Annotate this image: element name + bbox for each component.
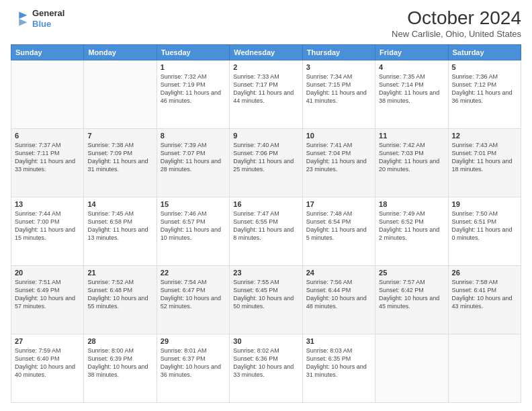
day-number: 19 bbox=[452, 200, 517, 208]
calendar-cell: 21Sunrise: 7:52 AMSunset: 6:48 PMDayligh… bbox=[84, 265, 157, 334]
day-number: 22 bbox=[161, 269, 226, 277]
calendar-cell: 1Sunrise: 7:32 AMSunset: 7:19 PMDaylight… bbox=[157, 60, 229, 128]
day-info: Sunrise: 7:47 AMSunset: 6:55 PMDaylight:… bbox=[233, 210, 298, 242]
day-info: Sunrise: 7:43 AMSunset: 7:01 PMDaylight:… bbox=[452, 141, 517, 174]
day-info: Sunrise: 7:42 AMSunset: 7:03 PMDaylight:… bbox=[379, 141, 444, 174]
day-number: 31 bbox=[306, 337, 371, 345]
day-number: 28 bbox=[87, 337, 152, 345]
page: General Blue October 2024 New Carlisle, … bbox=[0, 0, 532, 411]
day-number: 4 bbox=[379, 63, 444, 71]
calendar-cell: 5Sunrise: 7:36 AMSunset: 7:12 PMDaylight… bbox=[448, 60, 521, 128]
day-info: Sunrise: 7:58 AMSunset: 6:41 PMDaylight:… bbox=[452, 278, 517, 311]
day-info: Sunrise: 8:02 AMSunset: 6:36 PMDaylight:… bbox=[233, 347, 298, 379]
day-info: Sunrise: 7:55 AMSunset: 6:45 PMDaylight:… bbox=[233, 278, 298, 311]
calendar-cell: 16Sunrise: 7:47 AMSunset: 6:55 PMDayligh… bbox=[230, 197, 302, 265]
week-row-4: 20Sunrise: 7:51 AMSunset: 6:49 PMDayligh… bbox=[11, 265, 521, 334]
day-info: Sunrise: 7:49 AMSunset: 6:52 PMDaylight:… bbox=[379, 210, 444, 242]
days-of-week-row: SundayMondayTuesdayWednesdayThursdayFrid… bbox=[11, 44, 521, 60]
logo-text: General Blue bbox=[32, 8, 64, 29]
day-number: 13 bbox=[15, 200, 80, 208]
day-info: Sunrise: 7:45 AMSunset: 6:58 PMDaylight:… bbox=[87, 210, 152, 242]
day-number: 12 bbox=[452, 132, 517, 140]
day-number: 21 bbox=[87, 269, 152, 277]
calendar-cell: 18Sunrise: 7:49 AMSunset: 6:52 PMDayligh… bbox=[375, 197, 448, 265]
calendar-cell: 17Sunrise: 7:48 AMSunset: 6:54 PMDayligh… bbox=[302, 197, 375, 265]
day-number: 27 bbox=[15, 337, 80, 345]
main-title: October 2024 bbox=[392, 8, 521, 29]
day-number: 7 bbox=[87, 132, 152, 140]
calendar-cell bbox=[11, 60, 84, 128]
day-number: 23 bbox=[233, 269, 298, 277]
day-info: Sunrise: 7:34 AMSunset: 7:15 PMDaylight:… bbox=[306, 73, 371, 105]
day-info: Sunrise: 7:56 AMSunset: 6:44 PMDaylight:… bbox=[306, 278, 371, 311]
calendar-cell: 6Sunrise: 7:37 AMSunset: 7:11 PMDaylight… bbox=[11, 128, 84, 197]
calendar-body: 1Sunrise: 7:32 AMSunset: 7:19 PMDaylight… bbox=[11, 60, 521, 402]
day-info: Sunrise: 7:46 AMSunset: 6:57 PMDaylight:… bbox=[161, 210, 226, 242]
title-block: October 2024 New Carlisle, Ohio, United … bbox=[392, 8, 521, 39]
calendar-cell: 19Sunrise: 7:50 AMSunset: 6:51 PMDayligh… bbox=[448, 197, 521, 265]
day-number: 8 bbox=[161, 132, 226, 140]
day-info: Sunrise: 7:41 AMSunset: 7:04 PMDaylight:… bbox=[306, 141, 371, 174]
day-number: 2 bbox=[233, 63, 298, 71]
day-info: Sunrise: 7:32 AMSunset: 7:19 PMDaylight:… bbox=[161, 73, 226, 105]
calendar-cell: 27Sunrise: 7:59 AMSunset: 6:40 PMDayligh… bbox=[11, 334, 84, 402]
day-number: 11 bbox=[379, 132, 444, 140]
calendar-cell bbox=[375, 334, 448, 402]
day-number: 17 bbox=[306, 200, 371, 208]
calendar-cell: 26Sunrise: 7:58 AMSunset: 6:41 PMDayligh… bbox=[448, 265, 521, 334]
header: General Blue October 2024 New Carlisle, … bbox=[11, 8, 521, 39]
day-number: 6 bbox=[15, 132, 80, 140]
calendar-cell: 10Sunrise: 7:41 AMSunset: 7:04 PMDayligh… bbox=[302, 128, 375, 197]
day-number: 15 bbox=[161, 200, 226, 208]
calendar-cell: 29Sunrise: 8:01 AMSunset: 6:37 PMDayligh… bbox=[157, 334, 229, 402]
day-number: 9 bbox=[233, 132, 298, 140]
logo: General Blue bbox=[11, 8, 64, 29]
calendar-cell: 22Sunrise: 7:54 AMSunset: 6:47 PMDayligh… bbox=[157, 265, 229, 334]
calendar-cell: 20Sunrise: 7:51 AMSunset: 6:49 PMDayligh… bbox=[11, 265, 84, 334]
day-number: 20 bbox=[15, 269, 80, 277]
day-header-monday: Monday bbox=[84, 44, 157, 60]
day-number: 14 bbox=[87, 200, 152, 208]
day-info: Sunrise: 8:01 AMSunset: 6:37 PMDaylight:… bbox=[161, 347, 226, 379]
calendar-cell bbox=[84, 60, 157, 128]
calendar-cell: 13Sunrise: 7:44 AMSunset: 7:00 PMDayligh… bbox=[11, 197, 84, 265]
day-info: Sunrise: 7:35 AMSunset: 7:14 PMDaylight:… bbox=[379, 73, 444, 105]
day-number: 25 bbox=[379, 269, 444, 277]
calendar-cell: 15Sunrise: 7:46 AMSunset: 6:57 PMDayligh… bbox=[157, 197, 229, 265]
day-info: Sunrise: 7:40 AMSunset: 7:06 PMDaylight:… bbox=[233, 141, 298, 174]
day-header-wednesday: Wednesday bbox=[230, 44, 302, 60]
day-number: 18 bbox=[379, 200, 444, 208]
calendar-cell: 12Sunrise: 7:43 AMSunset: 7:01 PMDayligh… bbox=[448, 128, 521, 197]
day-number: 24 bbox=[306, 269, 371, 277]
calendar-cell: 30Sunrise: 8:02 AMSunset: 6:36 PMDayligh… bbox=[230, 334, 302, 402]
svg-rect-0 bbox=[11, 9, 30, 28]
calendar-cell: 3Sunrise: 7:34 AMSunset: 7:15 PMDaylight… bbox=[302, 60, 375, 128]
day-info: Sunrise: 7:57 AMSunset: 6:42 PMDaylight:… bbox=[379, 278, 444, 311]
calendar-cell: 9Sunrise: 7:40 AMSunset: 7:06 PMDaylight… bbox=[230, 128, 302, 197]
day-info: Sunrise: 7:52 AMSunset: 6:48 PMDaylight:… bbox=[87, 278, 152, 311]
calendar-cell: 4Sunrise: 7:35 AMSunset: 7:14 PMDaylight… bbox=[375, 60, 448, 128]
day-info: Sunrise: 7:50 AMSunset: 6:51 PMDaylight:… bbox=[452, 210, 517, 242]
day-number: 3 bbox=[306, 63, 371, 71]
day-number: 10 bbox=[306, 132, 371, 140]
calendar-cell: 11Sunrise: 7:42 AMSunset: 7:03 PMDayligh… bbox=[375, 128, 448, 197]
calendar-cell: 23Sunrise: 7:55 AMSunset: 6:45 PMDayligh… bbox=[230, 265, 302, 334]
day-info: Sunrise: 7:48 AMSunset: 6:54 PMDaylight:… bbox=[306, 210, 371, 242]
day-number: 16 bbox=[233, 200, 298, 208]
day-info: Sunrise: 7:59 AMSunset: 6:40 PMDaylight:… bbox=[15, 347, 80, 379]
day-header-friday: Friday bbox=[375, 44, 448, 60]
calendar-cell: 24Sunrise: 7:56 AMSunset: 6:44 PMDayligh… bbox=[302, 265, 375, 334]
day-info: Sunrise: 7:38 AMSunset: 7:09 PMDaylight:… bbox=[87, 141, 152, 174]
subtitle: New Carlisle, Ohio, United States bbox=[392, 29, 521, 39]
day-info: Sunrise: 7:33 AMSunset: 7:17 PMDaylight:… bbox=[233, 73, 298, 105]
day-header-thursday: Thursday bbox=[302, 44, 375, 60]
logo-icon bbox=[11, 9, 30, 28]
day-number: 29 bbox=[161, 337, 226, 345]
day-header-saturday: Saturday bbox=[448, 44, 521, 60]
day-header-tuesday: Tuesday bbox=[157, 44, 229, 60]
calendar-table: SundayMondayTuesdayWednesdayThursdayFrid… bbox=[11, 44, 521, 403]
week-row-2: 6Sunrise: 7:37 AMSunset: 7:11 PMDaylight… bbox=[11, 128, 521, 197]
calendar-cell: 31Sunrise: 8:03 AMSunset: 6:35 PMDayligh… bbox=[302, 334, 375, 402]
week-row-5: 27Sunrise: 7:59 AMSunset: 6:40 PMDayligh… bbox=[11, 334, 521, 402]
calendar-cell: 2Sunrise: 7:33 AMSunset: 7:17 PMDaylight… bbox=[230, 60, 302, 128]
